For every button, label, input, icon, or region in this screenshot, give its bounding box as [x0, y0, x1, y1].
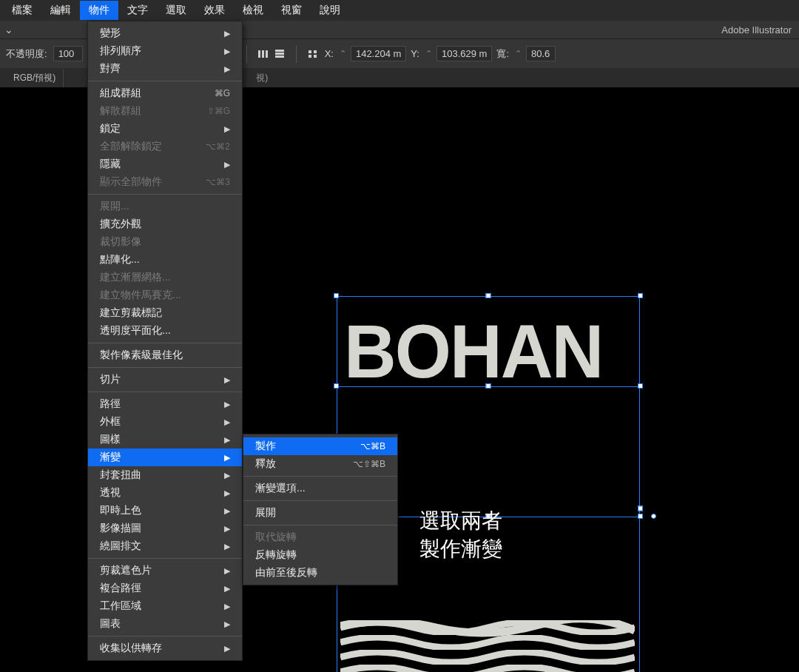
menu-object[interactable]: 物件	[80, 1, 118, 20]
chevron-right-icon: ▶	[224, 160, 230, 169]
object-menu-item-9: 顯示全部物件⌥⌘3	[88, 173, 242, 191]
object-menu-item-12[interactable]: 擴充外觀	[88, 215, 242, 233]
annotation-text: 選取兩者 製作漸變	[419, 507, 502, 563]
chevron-right-icon: ▶	[224, 400, 230, 409]
opacity-label: 不透明度:	[6, 47, 47, 61]
object-menu-item-24[interactable]: 路徑▶	[88, 395, 242, 413]
object-menu-item-25[interactable]: 外框▶	[88, 413, 242, 431]
tab-document-2-close[interactable]: 視)	[256, 72, 268, 84]
object-menu-item-0[interactable]: 變形▶	[88, 24, 242, 42]
object-menu-item-32[interactable]: 繞圖排文▶	[88, 537, 242, 555]
svg-rect-25	[314, 50, 317, 53]
object-menu-item-22[interactable]: 切片▶	[88, 371, 242, 389]
object-menu-item-35[interactable]: 複合路徑▶	[88, 579, 242, 597]
svg-rect-22	[275, 53, 284, 55]
chevron-right-icon: ▶	[224, 584, 230, 594]
svg-rect-19	[262, 50, 264, 58]
opacity-field[interactable]: 100	[53, 46, 83, 61]
menu-view[interactable]: 檢視	[234, 1, 272, 20]
blend-menu-item-8[interactable]: 反轉旋轉	[243, 546, 397, 564]
chevron-right-icon: ▶	[224, 435, 230, 445]
object-menu-item-11: 展開...	[88, 198, 242, 215]
svg-rect-28	[340, 620, 635, 672]
chevron-right-icon: ▶	[224, 619, 230, 629]
chevron-right-icon: ▶	[224, 488, 230, 498]
object-menu-item-18[interactable]: 透明度平面化...	[88, 322, 242, 340]
object-menu-item-5: 解散群組⇧⌘G	[88, 102, 242, 120]
blend-menu-item-0[interactable]: 製作⌥⌘B	[243, 437, 397, 455]
chevron-right-icon: ▶	[224, 506, 230, 516]
object-menu-item-34[interactable]: 剪裁遮色片▶	[88, 562, 242, 579]
y-field[interactable]: 103.629 m	[436, 46, 492, 61]
y-label: Y:	[411, 48, 419, 59]
object-menu-item-27[interactable]: 漸變▶	[88, 448, 242, 466]
object-menu-item-28[interactable]: 封套扭曲▶	[88, 466, 242, 484]
x-field[interactable]: 142.204 m	[351, 46, 406, 61]
svg-rect-26	[309, 55, 311, 58]
chevron-right-icon: ▶	[224, 417, 230, 427]
svg-rect-20	[266, 50, 268, 58]
object-menu-item-15: 建立漸層網格...	[88, 269, 242, 286]
menu-file[interactable]: 檔案	[3, 1, 41, 20]
object-menu-item-39[interactable]: 收集以供轉存▶	[88, 639, 242, 657]
tab-document-1[interactable]: RGB/預視)	[6, 69, 64, 87]
menu-effect[interactable]: 效果	[195, 1, 234, 20]
object-menu-item-30[interactable]: 即時上色▶	[88, 502, 242, 520]
svg-rect-23	[275, 56, 284, 58]
w-label: 寬:	[496, 47, 509, 61]
chevron-right-icon: ▶	[224, 566, 230, 576]
blend-submenu: 製作⌥⌘B釋放⌥⇧⌘B漸變選項...展開取代旋轉反轉旋轉由前至後反轉	[243, 434, 398, 585]
chevron-right-icon: ▶	[224, 524, 230, 534]
object-menu-item-17[interactable]: 建立剪裁標記	[88, 304, 242, 322]
object-menu-item-13: 裁切影像	[88, 233, 242, 251]
object-dropdown: 變形▶排列順序▶對齊▶組成群組⌘G解散群組⇧⌘G鎖定▶全部解除鎖定⌥⌘2隱藏▶顯…	[87, 21, 243, 661]
chevron-right-icon: ▶	[224, 644, 230, 653]
chevron-right-icon: ▶	[224, 602, 230, 611]
chevron-right-icon: ▶	[224, 453, 230, 463]
menubar: 檔案 編輯 物件 文字 選取 效果 檢視 視窗 說明	[0, 0, 799, 21]
object-menu-item-26[interactable]: 圖樣▶	[88, 431, 242, 448]
object-menu-item-29[interactable]: 透視▶	[88, 484, 242, 502]
blend-menu-item-9[interactable]: 由前至後反轉	[243, 564, 397, 582]
object-menu-item-1[interactable]: 排列順序▶	[88, 42, 242, 60]
object-menu-item-7: 全部解除鎖定⌥⌘2	[88, 138, 242, 155]
chevron-right-icon: ▶	[224, 542, 230, 551]
chevron-right-icon: ▶	[224, 64, 230, 74]
app-title: Adobe Illustrator	[721, 24, 792, 36]
blend-menu-item-3[interactable]: 漸變選項...	[243, 480, 397, 497]
chevron-right-icon: ▶	[224, 29, 230, 38]
object-menu-item-20[interactable]: 製作像素級最佳化	[88, 346, 242, 364]
svg-rect-18	[258, 50, 260, 58]
dist-v-icon[interactable]	[272, 47, 287, 61]
w-field[interactable]: 80.6	[526, 46, 556, 61]
chevron-right-icon: ▶	[224, 47, 230, 56]
object-menu-item-37[interactable]: 圖表▶	[88, 615, 242, 633]
object-menu-item-14[interactable]: 點陣化...	[88, 251, 242, 269]
menu-help[interactable]: 說明	[311, 1, 349, 20]
chevron-right-icon: ▶	[224, 471, 230, 480]
object-menu-item-31[interactable]: 影像描圖▶	[88, 520, 242, 537]
object-menu-item-2[interactable]: 對齊▶	[88, 60, 242, 78]
object-menu-item-8[interactable]: 隱藏▶	[88, 155, 242, 173]
object-menu-item-4[interactable]: 組成群組⌘G	[88, 84, 242, 102]
blend-menu-item-1[interactable]: 釋放⌥⇧⌘B	[243, 455, 397, 473]
blend-menu-item-5[interactable]: 展開	[243, 504, 397, 522]
menu-edit[interactable]: 編輯	[41, 1, 80, 20]
chevron-down-icon[interactable]: ⌄	[4, 24, 13, 36]
menu-select[interactable]: 選取	[157, 1, 195, 20]
menu-type[interactable]: 文字	[118, 1, 157, 20]
blend-menu-item-7: 取代旋轉	[243, 528, 397, 546]
svg-rect-27	[314, 55, 317, 58]
svg-rect-24	[309, 50, 311, 53]
chevron-right-icon: ▶	[224, 375, 230, 385]
object-menu-item-36[interactable]: 工作區域▶	[88, 597, 242, 615]
artwork-top-text: BOHAN	[344, 307, 602, 395]
object-menu-item-16: 建立物件馬賽克...	[88, 286, 242, 304]
x-label: X:	[325, 48, 334, 59]
menu-window[interactable]: 視窗	[272, 1, 311, 20]
distribute-icons	[256, 47, 287, 61]
object-menu-item-6[interactable]: 鎖定▶	[88, 120, 242, 138]
svg-rect-21	[275, 50, 284, 52]
transform-icon[interactable]	[306, 47, 320, 61]
dist-h-icon[interactable]	[256, 47, 271, 61]
